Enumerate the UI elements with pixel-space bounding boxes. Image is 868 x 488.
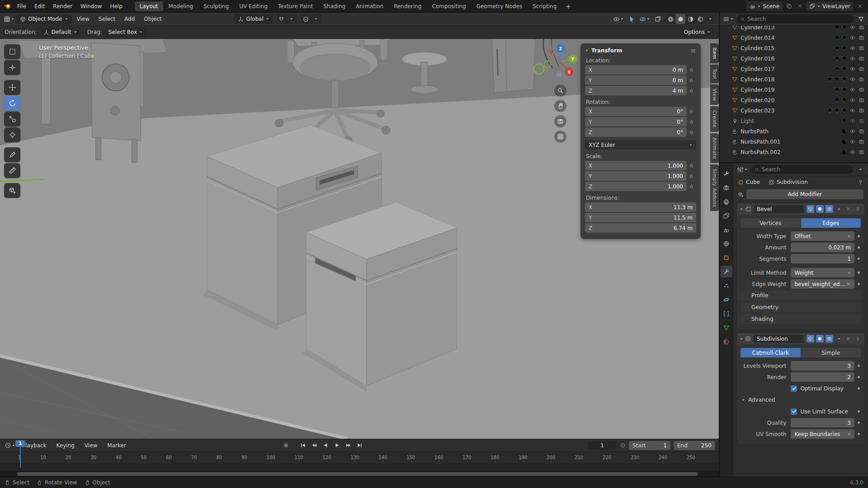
hide-in-viewport-toggle[interactable] (849, 118, 856, 124)
scale-value-field[interactable]: Y 1.000 (585, 171, 687, 181)
outliner-row[interactable]: NurbsPath (720, 126, 868, 136)
modifier-extras-button[interactable] (835, 205, 843, 213)
properties-search-input[interactable]: Search (751, 165, 853, 174)
next-keyframe-button[interactable] (344, 441, 354, 450)
drag-value-dropdown[interactable]: Select Box (105, 28, 146, 37)
workspace-tab[interactable]: Texture Paint (273, 1, 318, 11)
drag-handle-icon[interactable] (854, 205, 862, 213)
viewport-menu[interactable]: Select (94, 14, 119, 24)
workspace-tab[interactable]: UV Editing (234, 1, 273, 11)
outliner-row[interactable]: NurbsPath.002 (720, 147, 868, 157)
expand-chevron-icon[interactable] (726, 77, 730, 81)
panel-menu-icon[interactable] (690, 48, 696, 54)
properties-tab[interactable] (721, 168, 732, 179)
expand-chevron-icon[interactable] (726, 46, 730, 50)
play-button[interactable] (332, 441, 342, 450)
hide-in-viewport-toggle[interactable] (849, 87, 856, 93)
sidebar-tab[interactable]: Tool (710, 65, 719, 83)
edit-mode-toggle[interactable] (807, 335, 814, 343)
location-value-field[interactable]: Z 4 m (585, 86, 687, 95)
viewport-menu[interactable]: Add (120, 14, 139, 24)
object-visibility-button[interactable] (612, 14, 625, 24)
expand-chevron-icon[interactable] (726, 56, 730, 61)
tool-button[interactable] (4, 60, 20, 75)
sidebar-tab[interactable]: Animate (710, 133, 719, 163)
collapsed-subpanel[interactable]: Profile (741, 291, 861, 300)
collapse-panel-icon[interactable] (585, 49, 589, 52)
timeline-scrollbar-handle[interactable] (17, 472, 698, 476)
dimension-value-field[interactable]: Y 11.5 m (585, 213, 696, 222)
modifier-name-field[interactable]: Bevel (754, 205, 804, 213)
lock-icon-button[interactable] (687, 130, 696, 135)
quality-field[interactable]: 3 (791, 418, 854, 427)
properties-tab[interactable] (721, 280, 732, 291)
add-modifier-button[interactable]: Add Modifier (746, 189, 863, 199)
edges-option[interactable]: Edges (801, 218, 861, 228)
breadcrumb-modifier[interactable]: Subdivision (777, 179, 808, 185)
properties-tab[interactable] (721, 308, 732, 319)
lock-icon-button[interactable] (687, 67, 696, 72)
optimal-display-checkbox[interactable] (791, 385, 797, 392)
workspace-tab[interactable]: Geometry Nodes (472, 1, 527, 11)
show-overlays-button[interactable] (638, 14, 651, 24)
show-gizmo-button[interactable] (627, 14, 637, 24)
animate-dot[interactable] (858, 283, 860, 285)
new-scene-button[interactable] (784, 2, 793, 11)
outliner-row[interactable]: NurbsPath.001 (720, 136, 868, 147)
animate-dot[interactable] (858, 246, 860, 249)
vertices-option[interactable]: Vertices (741, 218, 801, 228)
lock-icon-button[interactable] (687, 78, 696, 83)
delete-modifier-button[interactable] (844, 205, 852, 213)
rotation-value-field[interactable]: Z 0° (585, 127, 687, 137)
shading-material-button[interactable] (685, 14, 695, 24)
shading-options-button[interactable] (705, 14, 715, 24)
properties-tab[interactable] (721, 294, 732, 305)
snap-toggle-button[interactable] (277, 14, 287, 24)
hide-in-viewport-toggle[interactable] (849, 66, 856, 72)
animate-dot[interactable] (858, 410, 860, 413)
current-frame-field[interactable]: 1 (588, 441, 617, 450)
timeline-track[interactable] (0, 463, 719, 471)
auto-keying-button[interactable] (281, 441, 291, 450)
sidebar-tab[interactable]: Item (710, 43, 719, 63)
outliner-row[interactable]: Cylinder.014 (720, 33, 868, 43)
hide-in-viewport-toggle[interactable] (849, 97, 856, 103)
workspace-tab[interactable]: Animation (351, 1, 388, 11)
disable-in-render-toggle[interactable] (858, 149, 865, 155)
dimension-value-field[interactable]: Z 6.74 m (585, 223, 696, 233)
viewport-canvas[interactable]: User Perspective (1) Collection | Cube (0, 39, 719, 439)
disable-in-render-toggle[interactable] (858, 87, 865, 93)
tool-button[interactable] (4, 183, 20, 198)
workspace-tab[interactable]: Layout (135, 1, 163, 11)
app-menu[interactable]: Render (49, 1, 76, 11)
clear-icon[interactable] (846, 282, 851, 286)
shading-wireframe-button[interactable] (665, 14, 675, 24)
timeline-editor-type-button[interactable] (4, 441, 16, 450)
drag-handle-icon[interactable] (854, 335, 862, 343)
sidebar-tab[interactable]: Create (710, 106, 719, 131)
hide-in-viewport-toggle[interactable] (849, 56, 856, 61)
disable-in-render-toggle[interactable] (858, 35, 865, 41)
sidebar-tab[interactable]: Simply Addons (710, 164, 719, 211)
animate-dot[interactable] (858, 272, 860, 274)
expand-chevron-icon[interactable] (726, 25, 730, 29)
catmull-clark-option[interactable]: Catmull-Clark (741, 348, 801, 357)
properties-tab[interactable] (721, 182, 732, 193)
dimension-value-field[interactable]: X 11.3 m (585, 202, 696, 212)
disable-in-render-toggle[interactable] (858, 66, 865, 72)
properties-filter-button[interactable] (855, 164, 865, 174)
orientation-value-dropdown[interactable]: Default (40, 28, 81, 37)
location-value-field[interactable]: X 0 m (585, 65, 687, 75)
mode-dropdown[interactable]: Object Mode (16, 14, 72, 24)
expand-chevron-icon[interactable] (726, 129, 730, 133)
start-frame-field[interactable]: Start 1 (629, 441, 670, 450)
properties-tab[interactable] (721, 322, 732, 333)
timeline-menu[interactable]: Marker (103, 441, 130, 450)
tool-button[interactable] (4, 44, 20, 59)
expand-chevron-icon[interactable] (726, 36, 730, 40)
expand-chevron-icon[interactable] (726, 98, 730, 102)
timeline-menu[interactable]: View (80, 441, 101, 450)
blender-logo-icon[interactable] (4, 2, 11, 10)
segments-field[interactable]: 1 (791, 254, 854, 263)
collapsed-subpanel[interactable]: Shading (741, 314, 861, 324)
